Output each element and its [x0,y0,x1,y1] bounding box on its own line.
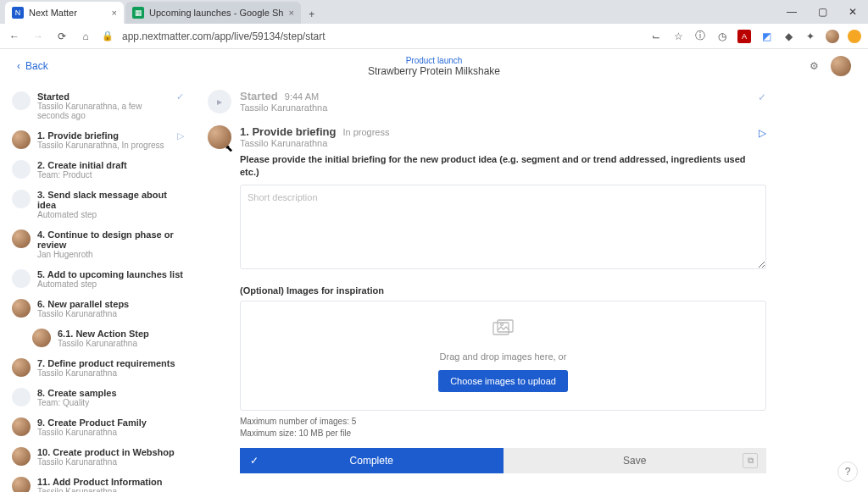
instance-title: Strawberry Protein Milkshake [368,65,500,77]
close-icon[interactable]: × [288,8,293,18]
step-icon [12,160,31,179]
started-time: 9:44 AM [285,91,319,102]
current-title: 1. Provide briefing [240,125,336,138]
ext-icon[interactable]: ◆ [782,30,795,43]
clock-icon[interactable]: ◷ [715,30,729,43]
step-subtitle: Tassilo Karunarathna [37,368,184,378]
close-window-icon[interactable]: ✕ [837,0,868,24]
sidebar-step[interactable]: 6. New parallel stepsTassilo Karunarathn… [8,294,187,323]
step-subtitle: Team: Quality [37,398,184,407]
sidebar-step[interactable]: 9. Create Product FamilyTassilo Karunara… [8,412,187,442]
svg-rect-1 [498,320,513,332]
step-subtitle: Tassilo Karunarathna [37,309,184,318]
close-icon[interactable]: × [112,8,117,18]
reload-icon[interactable]: ⟳ [54,30,70,42]
image-dropzone[interactable]: Drag and drop images here, or Choose ima… [240,301,766,411]
assignee-avatar [12,299,31,318]
step-title: 3. Send slack message about idea [37,190,184,210]
sidebar-step[interactable]: 11. Add Product InformationTassilo Karun… [8,472,187,492]
sidebar-step[interactable]: 8. Create samplesTeam: Quality [8,383,187,412]
help-button[interactable]: ? [837,462,858,482]
sidebar-step[interactable]: 4. Continue to design phase or reviewJan… [8,224,187,264]
new-tab-button[interactable]: + [303,5,321,24]
step-subtitle: Tassilo Karunarathna, a few seconds ago [37,102,170,120]
forward-icon[interactable]: → [31,30,46,42]
assignee-avatar [12,447,31,466]
app-header: ‹ Back Product launch Strawberry Protein… [0,49,868,83]
step-list: StartedTassilo Karunarathna, a few secon… [0,83,191,492]
sidebar-step[interactable]: 2. Create initial draftTeam: Product [8,155,187,185]
sidebar-step[interactable]: StartedTassilo Karunarathna, a few secon… [8,86,187,125]
maximize-icon[interactable]: ▢ [807,0,837,24]
home-icon[interactable]: ⌂ [78,30,93,42]
step-title: 11. Add Product Information [37,477,184,487]
assignee-avatar [208,125,231,149]
complete-label: Complete [350,455,393,467]
started-step: ▸ Started 9:44 AM Tassilo Karunarathna ✓ [208,86,766,122]
browser-tab-active[interactable]: N Next Matter × [5,2,124,24]
step-title: 7. Define product requirements [37,358,184,368]
step-icon [12,388,31,406]
step-subtitle: Tassilo Karunarathna [37,487,184,492]
ext-icon[interactable]: A [737,30,751,43]
history-icon[interactable]: ⧉ [743,453,758,468]
step-icon [12,91,31,110]
address-bar: ← → ⟳ ⌂ 🔒 app.nextmatter.com/app/live/59… [0,24,868,49]
play-outline-icon: ▷ [177,130,184,141]
sidebar-step[interactable]: 6.1. New Action StepTassilo Karunarathna [8,323,187,353]
url-text[interactable]: app.nextmatter.com/app/live/59134/step/s… [122,30,641,42]
key-icon[interactable]: ⌙ [649,30,663,43]
assignee-avatar [12,229,31,248]
tab-title: Upcoming launches - Google Sh [149,8,283,18]
play-outline-icon[interactable]: ▷ [759,127,766,139]
gear-icon[interactable]: ⚙ [810,60,819,72]
header-center: Product launch Strawberry Protein Milksh… [368,56,500,77]
description-input[interactable] [240,185,766,269]
step-subtitle: Jan Hugenroth [37,250,184,259]
step-subtitle: Tassilo Karunarathna [58,339,184,348]
step-title: 8. Create samples [37,388,184,398]
current-status: In progress [342,127,389,137]
sidebar-step[interactable]: 1. Provide briefingTassilo Karunarathna,… [8,125,187,155]
step-detail: ▸ Started 9:44 AM Tassilo Karunarathna ✓… [191,83,868,492]
step-title: 1. Provide briefing [37,130,170,141]
profile-icon[interactable] [826,30,839,43]
field-prompt: Please provide the initial briefing for … [240,153,766,180]
sidebar-step[interactable]: 7. Define product requirementsTassilo Ka… [8,353,187,383]
sidebar-step[interactable]: 5. Add to upcoming launches listAutomate… [8,264,187,294]
back-button[interactable]: ‹ Back [17,60,48,72]
step-subtitle: Tassilo Karunarathna [37,457,184,467]
step-subtitle: Tassilo Karunarathna, In progress [37,141,170,150]
assignee-avatar [12,358,31,377]
step-title: 2. Create initial draft [37,160,184,170]
step-subtitle: Automated step [37,279,184,289]
step-subtitle: Team: Product [37,170,184,180]
process-name[interactable]: Product launch [368,56,500,65]
info-icon[interactable]: ⓘ [693,30,707,43]
step-icon [12,269,31,288]
assignee-avatar [12,477,31,492]
check-icon: ✓ [758,91,766,103]
step-title: 4. Continue to design phase or review [37,229,184,250]
user-avatar[interactable] [831,56,851,76]
browser-tab-inactive[interactable]: ▦ Upcoming launches - Google Sh × [125,2,301,24]
back-icon[interactable]: ← [7,30,22,42]
step-title: 9. Create Product Family [37,417,184,428]
assignee-avatar [12,130,31,149]
complete-button[interactable]: ✓ Complete [240,448,504,473]
sidebar-step[interactable]: 10. Create product in WebshopTassilo Kar… [8,442,187,472]
sidebar-step[interactable]: 3. Send slack message about ideaAutomate… [8,185,187,224]
check-icon: ✓ [176,91,184,102]
minimize-icon[interactable]: — [776,0,807,24]
play-icon: ▸ [208,90,231,113]
puzzle-icon[interactable]: ✦ [804,30,817,43]
back-label: Back [25,60,48,72]
started-who: Tassilo Karunarathna [240,102,766,113]
translate-icon[interactable]: ◩ [760,30,773,43]
choose-images-button[interactable]: Choose images to upload [438,370,568,392]
step-title: 6. New parallel steps [37,299,184,309]
ext-icon[interactable] [848,30,861,43]
save-button[interactable]: Save ⧉ [504,448,767,473]
star-icon[interactable]: ☆ [671,30,685,43]
current-step: 1. Provide briefing In progress Tassilo … [208,122,766,482]
